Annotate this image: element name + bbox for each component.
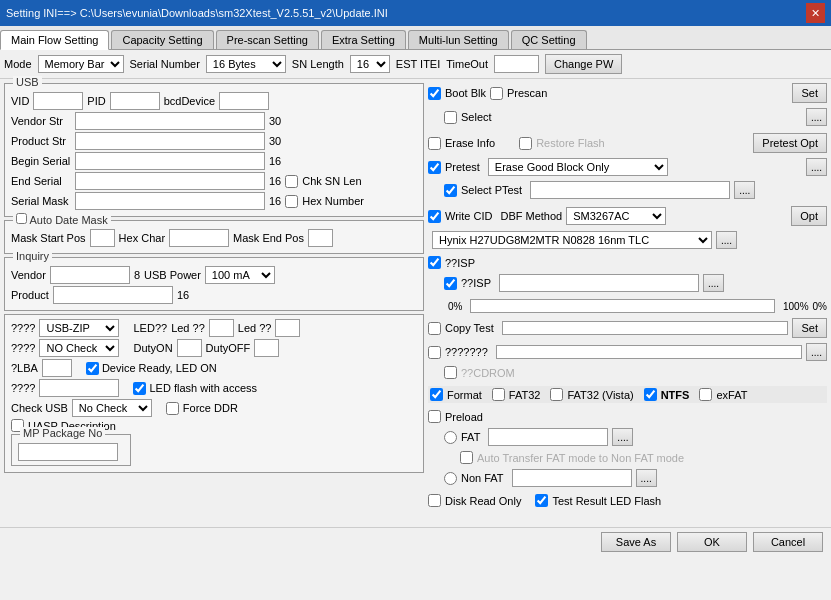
auto-date-mask-checkbox[interactable] [16,213,27,224]
select-ptest-checkbox[interactable] [444,184,457,197]
tab-multi-lun[interactable]: Multi-lun Setting [408,30,509,49]
change-pw-button[interactable]: Change PW [545,54,622,74]
isp-dots-button[interactable]: .... [703,274,724,292]
ptest-dots-button[interactable]: .... [734,181,755,199]
q-dots-button[interactable]: .... [806,343,827,361]
mode-select[interactable]: Memory Bar [38,55,124,73]
fat-radio[interactable] [444,431,457,444]
non-fat-radio[interactable] [444,472,457,485]
hex-number-checkbox[interactable] [285,195,298,208]
lba-input[interactable]: 0 [42,359,72,377]
auto-transfer-checkbox[interactable] [460,451,473,464]
timeout-input[interactable]: 3600 [494,55,539,73]
fat32-label: FAT32 [509,389,541,401]
bcd-device-input[interactable]: 1100 [219,92,269,110]
vid-input[interactable]: 090C [33,92,83,110]
hynix-select[interactable]: Hynix H27UDG8M2MTR N0828 16nm TLC [432,231,712,249]
vendor-str-label: Vendor Str [11,115,71,127]
set-button[interactable]: Set [792,83,827,103]
usb-power-select[interactable]: 100 mA [205,266,275,284]
inquiry-product-len: 16 [177,289,189,301]
preload-checkbox[interactable] [428,410,441,423]
cdrom-checkbox[interactable] [444,366,457,379]
left-panel: USB VID 090C PID 1000 bcdDevice 1100 Ven… [4,83,424,600]
select-dots-button[interactable]: .... [806,108,827,126]
tab-prescan[interactable]: Pre-scan Setting [216,30,319,49]
non-fat-dots-button[interactable]: .... [636,469,657,487]
tab-capacity[interactable]: Capacity Setting [111,30,213,49]
end-serial-input[interactable]: 16010605004781 [75,172,265,190]
boot-blk-checkbox[interactable] [428,87,441,100]
pretest-select[interactable]: Erase Good Block Only [488,158,668,176]
serial-number-select[interactable]: 16 Bytes [206,55,286,73]
tab-qc[interactable]: QC Setting [511,30,587,49]
restore-flash-checkbox[interactable] [519,137,532,150]
force-ddr-label: Force DDR [183,402,238,414]
inquiry-vendor-len: 8 [134,269,140,281]
tab-extra[interactable]: Extra Setting [321,30,406,49]
isp-sub-checkbox[interactable] [444,277,457,290]
non-fat-input[interactable] [512,469,632,487]
pretest-checkbox[interactable] [428,161,441,174]
hex-char-input[interactable] [169,229,229,247]
auto-date-mask-group: Auto Date Mask Mask Start Pos 3 Hex Char… [4,220,424,254]
erase-info-checkbox[interactable] [428,137,441,150]
begin-serial-input[interactable]: 16010605004781 [75,152,265,170]
check-usb-select[interactable]: No Check [72,399,152,417]
copy-test-set-button[interactable]: Set [792,318,827,338]
fat32-checkbox[interactable] [492,388,505,401]
type2-select[interactable]: NO Check [39,339,119,357]
save-as-button[interactable]: Save As [601,532,671,552]
led-flash-checkbox[interactable] [133,382,146,395]
hynix-dots-button[interactable]: .... [716,231,737,249]
inquiry-product-input[interactable]: USB DISK [53,286,173,304]
inquiry-vendor-input[interactable]: SMI [50,266,130,284]
disk-read-only-checkbox[interactable] [428,494,441,507]
sn-length-select[interactable]: 16 [350,55,390,73]
isp-checkbox[interactable] [428,256,441,269]
write-cid-checkbox[interactable] [428,210,441,223]
fat32-vista-checkbox[interactable] [550,388,563,401]
product-str-input[interactable]: USB DISK [75,132,265,150]
q-checkbox[interactable] [428,346,441,359]
fat-dots-button[interactable]: .... [612,428,633,446]
mp-package-input[interactable]: N/A [18,443,118,461]
select-ptest-input[interactable]: UFD_3267AC\SM3267ACPTEST.bin [530,181,730,199]
device-ready-checkbox[interactable] [86,362,99,375]
vendor-str-input[interactable]: SMI Corporation [75,112,265,130]
duty-on-input[interactable]: 00 [177,339,202,357]
test-result-led-checkbox[interactable] [535,494,548,507]
prescan-checkbox[interactable] [490,87,503,100]
cancel-button[interactable]: Cancel [753,532,823,552]
type1-select[interactable]: USB-ZIP [39,319,119,337]
select-checkbox[interactable] [444,111,457,124]
dbf-method-select[interactable]: SM3267AC [566,207,666,225]
led-left-input[interactable]: 80 [209,319,234,337]
duty-off-input[interactable]: 00 [254,339,279,357]
bcd-device-label: bcdDevice [164,95,215,107]
serial-mask-input[interactable]: 16010605004781 [75,192,265,210]
progress-bar [470,299,775,313]
close-button[interactable]: ✕ [806,3,825,23]
pretest-opt-button[interactable]: Pretest Opt [753,133,827,153]
ntfs-checkbox[interactable] [644,388,657,401]
copy-test-checkbox[interactable] [428,322,441,335]
title-bar: Setting INI==> C:\Users\evunia\Downloads… [0,0,831,26]
fat-input[interactable] [488,428,608,446]
opt-button[interactable]: Opt [791,206,827,226]
format-checkbox[interactable] [430,388,443,401]
pid-input[interactable]: 1000 [110,92,160,110]
tab-main-flow[interactable]: Main Flow Setting [0,30,109,50]
disk-label-input[interactable]: USB DISK [39,379,119,397]
pretest-dots-button[interactable]: .... [806,158,827,176]
progress-100-label: 100% [783,301,809,312]
isp-value-input[interactable]: UFD_3267AC\SM3267ACISP.BIN [499,274,699,292]
exfat-checkbox[interactable] [699,388,712,401]
led-right-input[interactable]: 48 [275,319,300,337]
chk-sn-len-checkbox[interactable] [285,175,298,188]
select-ptest-label: Select PTest [461,184,522,196]
mask-end-pos-input[interactable]: 10 [308,229,333,247]
mask-start-pos-input[interactable]: 3 [90,229,115,247]
force-ddr-checkbox[interactable] [166,402,179,415]
ok-button[interactable]: OK [677,532,747,552]
